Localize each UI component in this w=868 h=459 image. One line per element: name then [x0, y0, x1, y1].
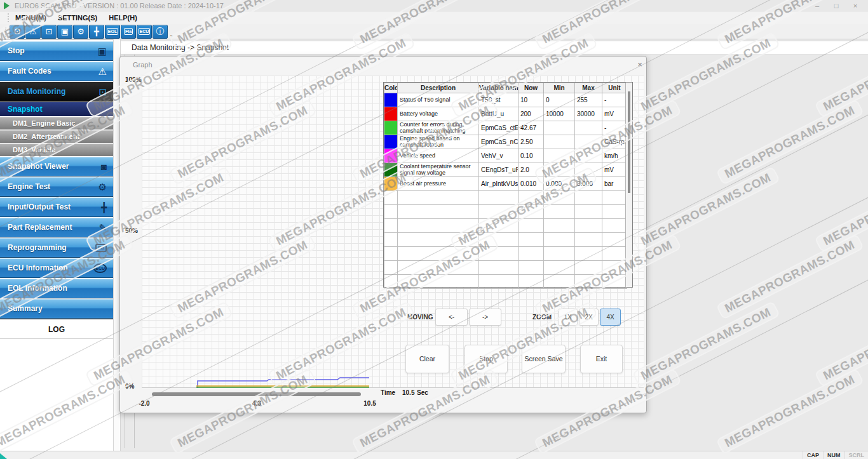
- info-button[interactable]: ⓘ: [153, 25, 168, 39]
- y-axis-tick: 0%: [125, 383, 143, 390]
- sidebar-item-fault-codes[interactable]: Fault Codes⚠: [0, 62, 113, 81]
- sidebar-item-data-monitoring[interactable]: Data Monitoring⊡: [0, 82, 113, 102]
- sidebar-item-label: DM3_Vehicle: [0, 146, 55, 154]
- column-header-description[interactable]: Description: [398, 83, 479, 93]
- menu-item-help[interactable]: HELP(H): [109, 14, 137, 22]
- maximize-icon[interactable]: □: [831, 1, 841, 11]
- close-icon[interactable]: ×: [850, 1, 860, 11]
- flash-button[interactable]: Fla: [121, 25, 136, 39]
- fault-warning-button[interactable]: ⚠: [25, 25, 41, 39]
- main-area: Stop▣Fault Codes⚠Data Monitoring⊡Snapsho…: [0, 39, 868, 451]
- ecu-circle-icon: ECU: [93, 263, 107, 273]
- exit-button[interactable]: Exit: [580, 345, 623, 373]
- column-header-unit[interactable]: Unit: [602, 83, 627, 93]
- table-row-empty[interactable]: [384, 261, 627, 275]
- row-color-swatch: [384, 149, 398, 163]
- table-row[interactable]: Vehicle speedVehV_v0.10km/h: [384, 149, 627, 163]
- camera-icon: ◙: [101, 162, 107, 171]
- zoom-1x-button[interactable]: 1X: [558, 309, 578, 326]
- sidebar-item-ecu-information[interactable]: ECU InformationECU: [0, 258, 113, 278]
- clear-button[interactable]: Clear: [405, 345, 449, 373]
- sidebar-item-part-replacement[interactable]: Part Replacement✎: [0, 218, 113, 237]
- zoom-2x-button[interactable]: 2X: [579, 309, 599, 326]
- sidebar-item-reprogramming[interactable]: ReprogrammingFla: [0, 238, 113, 258]
- sidebar-item-label: Part Replacement: [0, 223, 72, 232]
- app-icon: [4, 2, 10, 10]
- table-row[interactable]: Status of T50 signalT50_st100255-: [384, 93, 627, 107]
- moving-label: MOVING: [407, 314, 433, 321]
- breadcrumb: Data Monitoring -> Snapshot: [121, 43, 229, 52]
- sidebar-item-label: Data Monitoring: [0, 87, 65, 96]
- table-row[interactable]: Boost air pressureAir_pIntkVUs0.0100.000…: [384, 177, 627, 191]
- sidebar-item-eol-information[interactable]: EOL Information: [0, 279, 113, 298]
- sidebar-item-summary[interactable]: Summary: [0, 299, 113, 319]
- table-row[interactable]: Battery voltageBattU_u2001000030000mV: [384, 107, 627, 121]
- sidebar-item-label: LOG: [48, 325, 65, 334]
- ecu-button[interactable]: ECU: [137, 25, 152, 39]
- snapshot-camera-icon: ▣: [61, 27, 69, 36]
- table-row-empty[interactable]: [384, 205, 627, 219]
- toolbar-buttons: ʘ⚠⊡▣⚙╋EOLFlaECUⓘ▾: [0, 24, 868, 39]
- sidebar-item-label: Stop: [0, 46, 25, 55]
- sidebar-item-snapshot-viewer[interactable]: Snapshot Viewer◙: [0, 157, 113, 176]
- eol-button[interactable]: EOL: [105, 25, 120, 39]
- toolbar-overflow-icon[interactable]: ▾: [170, 33, 173, 39]
- column-header-min[interactable]: Min: [544, 83, 575, 93]
- sidebar-item-snapshot[interactable]: Snapshot: [0, 102, 113, 116]
- engine-gears-button[interactable]: ⚙: [73, 25, 88, 39]
- sidebar-item-label: EOL Information: [0, 284, 67, 293]
- column-header-colo[interactable]: Colo: [384, 83, 398, 93]
- column-header-variable-name[interactable]: Variable name: [479, 83, 519, 93]
- data-monitor-button[interactable]: ⊡: [41, 25, 57, 39]
- monitor-icon: ⊡: [98, 87, 107, 96]
- table-row-empty[interactable]: [384, 275, 627, 289]
- sidebar-item-label: ECU Information: [0, 263, 68, 272]
- sidebar-item-log[interactable]: LOG: [0, 319, 113, 339]
- column-header-max[interactable]: Max: [575, 83, 602, 93]
- sidebar-item-input-output-test[interactable]: Input/Output Test╋: [0, 197, 113, 217]
- table-row[interactable]: Engine speed based on camshaft rotationE…: [384, 135, 627, 149]
- flash-box-icon: Fla: [95, 244, 107, 252]
- table-row-empty[interactable]: [384, 247, 627, 261]
- power-button[interactable]: ʘ: [10, 25, 25, 39]
- time-unit: Sec: [417, 389, 428, 396]
- sidebar-item-label: Summary: [0, 304, 43, 313]
- ecu-icon: ECU: [139, 28, 151, 35]
- table-row[interactable]: Counter for errors during camshaft patte…: [384, 121, 627, 135]
- menu-item-menu[interactable]: MENU(M): [15, 14, 46, 22]
- move-left-button[interactable]: <-: [435, 309, 468, 326]
- zoom-label: ZOOM: [532, 314, 552, 321]
- sidebar-item-stop[interactable]: Stop▣: [0, 41, 113, 61]
- screen-save-button[interactable]: Screen Save: [522, 345, 566, 373]
- sidebar-item-dm2-aftertreatment[interactable]: DM2_Aftertreatment: [0, 130, 113, 143]
- sidebar-item-label: Engine Test: [0, 182, 50, 191]
- dialog-close-icon[interactable]: ×: [635, 60, 645, 69]
- sidebar-item-label: Reprogramming: [0, 243, 67, 252]
- table-row-empty[interactable]: [384, 191, 627, 205]
- table-row[interactable]: Coolant temperature sensor signal raw vo…: [384, 163, 627, 177]
- sidebar-item-label: Input/Output Test: [0, 203, 71, 211]
- table-scrollbar-thumb[interactable]: [628, 91, 630, 193]
- power-icon: ʘ: [14, 27, 20, 36]
- fault-warning-icon: ⚠: [29, 27, 37, 36]
- sidebar-item-label: Snapshot Viewer: [0, 162, 69, 171]
- menu-item-setting[interactable]: SETTING(S): [58, 14, 97, 22]
- row-color-swatch: [384, 107, 398, 121]
- table-row-empty[interactable]: [384, 219, 627, 233]
- plot-horizontal-scrollbar[interactable]: [152, 392, 361, 396]
- io-cross-button[interactable]: ╋: [89, 25, 104, 39]
- table-scrollbar[interactable]: [625, 83, 632, 287]
- sidebar-item-engine-test[interactable]: Engine Test⚙: [0, 177, 113, 197]
- table-row-empty[interactable]: [384, 233, 627, 247]
- stop-button[interactable]: Stop: [465, 345, 508, 373]
- column-header-now[interactable]: Now: [519, 83, 544, 93]
- sidebar-item-dm1-engine-basic[interactable]: DM1_Engine Basic: [0, 117, 113, 130]
- content-header: Data Monitoring -> Snapshot: [121, 41, 868, 55]
- minimize-icon[interactable]: –: [812, 1, 822, 11]
- zoom-4x-button[interactable]: 4X: [600, 309, 621, 326]
- sidebar-item-dm3-vehicle[interactable]: DM3_Vehicle: [0, 143, 113, 156]
- snapshot-camera-button[interactable]: ▣: [57, 25, 72, 39]
- wrench-arrow-icon: ✎: [98, 223, 107, 232]
- move-right-button[interactable]: ->: [469, 309, 501, 326]
- row-color-swatch: [384, 93, 398, 107]
